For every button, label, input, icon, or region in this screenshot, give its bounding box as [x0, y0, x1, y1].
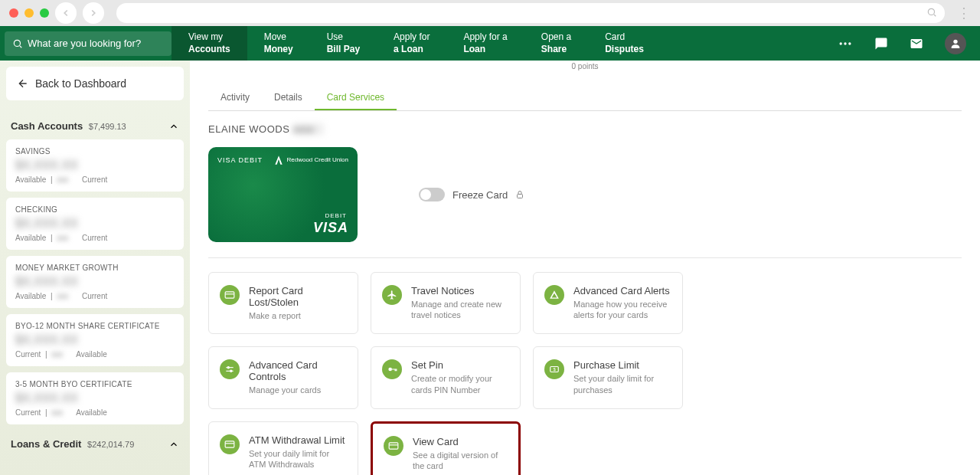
card-icon — [220, 285, 240, 305]
cardholder-name: ELAINE WOODS xxxx — [208, 123, 962, 135]
cash-accounts-header[interactable]: Cash Accounts $7,499.13 — [6, 113, 184, 139]
alert-icon — [544, 285, 564, 305]
dollar-icon: $ — [544, 359, 564, 379]
window-maximize-icon[interactable] — [40, 8, 49, 18]
nav-item-loan[interactable]: Apply for aLoan — [446, 26, 524, 61]
tile-set-pin[interactable]: Set PinCreate or modify your cards PIN N… — [371, 346, 521, 408]
nav-item-money[interactable]: MoveMoney — [247, 26, 310, 61]
browser-back-button[interactable] — [55, 2, 77, 24]
svg-rect-16 — [225, 441, 234, 447]
search-placeholder: What are you looking for? — [28, 38, 141, 49]
back-to-dashboard[interactable]: Back to Dashboard — [6, 67, 184, 100]
key-icon — [382, 359, 402, 379]
lock-icon — [515, 190, 524, 199]
tabs: ActivityDetailsCard Services — [208, 86, 962, 111]
svg-text:$: $ — [553, 368, 556, 372]
loans-credit-header[interactable]: Loans & Credit $242,014.79 — [6, 431, 184, 457]
card-icon — [384, 436, 403, 456]
tab-details[interactable]: Details — [262, 86, 315, 110]
points-label: 0 points — [208, 62, 962, 70]
debit-card-image: VISA DEBIT Redwood Credit Union DEBIT VI… — [208, 147, 358, 242]
svg-rect-18 — [389, 443, 398, 449]
svg-point-2 — [840, 42, 842, 44]
nav-item-bill-pay[interactable]: UseBill Pay — [310, 26, 377, 61]
atm-icon — [220, 434, 240, 454]
svg-point-5 — [953, 39, 957, 43]
window-close-icon[interactable] — [9, 8, 18, 18]
content: 0 points ActivityDetailsCard Services EL… — [190, 61, 980, 475]
account-card[interactable]: 3-5 MONTH BYO CERTIFICATE$X,XXX.XXCurren… — [6, 372, 184, 424]
tile-report-card-lost-stolen[interactable]: Report Card Lost/StolenMake a report — [208, 272, 358, 334]
account-card[interactable]: MONEY MARKET GROWTH$X,XXX.XXAvailable | … — [6, 256, 184, 308]
card-service-tiles: Report Card Lost/StolenMake a reportTrav… — [208, 272, 962, 475]
tile-advanced-card-controls[interactable]: Advanced Card ControlsManage your cards — [208, 346, 358, 408]
sidebar: Back to Dashboard Cash Accounts $7,499.1… — [0, 61, 190, 475]
svg-point-3 — [844, 42, 846, 44]
svg-rect-6 — [518, 195, 523, 198]
nav-item-a-loan[interactable]: Apply fora Loan — [377, 26, 446, 61]
chevron-up-icon — [168, 439, 179, 450]
browser-chrome: ⋮ — [0, 0, 980, 26]
tile-view-card[interactable]: View CardSee a digital version of the ca… — [371, 421, 521, 475]
search-input[interactable]: What are you looking for? — [5, 31, 172, 56]
tile-travel-notices[interactable]: Travel NoticesManage and create new trav… — [371, 272, 521, 334]
search-icon — [926, 7, 937, 21]
avatar[interactable] — [945, 33, 966, 54]
browser-forward-button[interactable] — [83, 2, 104, 24]
browser-menu-icon[interactable]: ⋮ — [957, 5, 971, 21]
svg-rect-7 — [225, 292, 234, 298]
window-minimize-icon[interactable] — [24, 8, 34, 18]
more-icon[interactable] — [838, 36, 853, 51]
account-card[interactable]: CHECKING$X,XXX.XXAvailable | xxx Current — [6, 198, 184, 250]
top-nav: What are you looking for? View myAccount… — [0, 26, 980, 61]
nav-item-share[interactable]: Open aShare — [524, 26, 588, 61]
nav-item-disputes[interactable]: CardDisputes — [588, 26, 661, 61]
chevron-up-icon — [168, 121, 179, 132]
plane-icon — [382, 285, 402, 305]
account-card[interactable]: SAVINGS$X,XXX.XXAvailable | xxx Current — [6, 139, 184, 192]
svg-point-4 — [848, 42, 851, 44]
tab-activity[interactable]: Activity — [208, 86, 262, 110]
tile-purchase-limit[interactable]: $Purchase LimitSet your daily limit for … — [533, 346, 683, 408]
url-bar[interactable] — [116, 3, 945, 23]
svg-point-12 — [230, 370, 232, 372]
chat-icon[interactable] — [874, 37, 888, 51]
freeze-card-toggle[interactable]: Freeze Card — [419, 188, 524, 201]
tile-atm-withdrawal-limit[interactable]: ATM Withdrawal LimitSet your daily limit… — [208, 421, 358, 475]
svg-point-1 — [14, 40, 20, 46]
tab-card-services[interactable]: Card Services — [315, 86, 397, 110]
tile-advanced-card-alerts[interactable]: Advanced Card AlertsManage how you recei… — [533, 272, 683, 334]
account-card[interactable]: BYO-12 MONTH SHARE CERTIFICATE$X,XXX.XXC… — [6, 314, 184, 366]
toggle-switch[interactable] — [419, 188, 445, 201]
nav-item-accounts[interactable]: View myAccounts — [172, 26, 247, 61]
svg-point-13 — [388, 368, 392, 372]
controls-icon — [220, 359, 240, 379]
svg-point-11 — [227, 367, 229, 369]
mail-icon[interactable] — [910, 37, 923, 51]
svg-point-0 — [928, 8, 934, 15]
